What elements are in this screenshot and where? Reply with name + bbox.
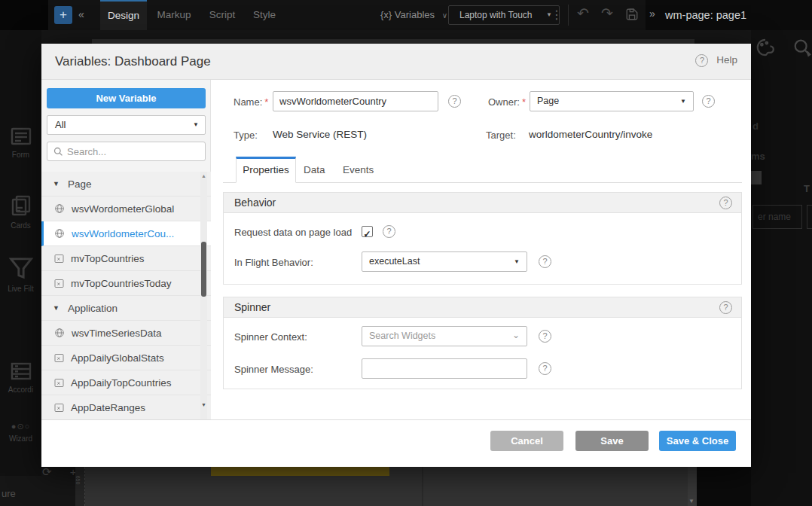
tab-design[interactable]: Design [100,0,147,30]
inflight-label: In Flight Behavior: [234,257,313,268]
tab-markup[interactable]: Markup [153,0,195,30]
variable-item[interactable]: AppDateRanges [41,395,211,419]
help-icon[interactable]: ? [539,255,551,268]
help-icon[interactable]: ? [539,330,551,343]
behavior-section: Behavior ? Request data on page load ✓ ?… [223,192,742,285]
inflight-select[interactable]: executeLast ▼ [362,251,527,272]
more-options-icon[interactable]: ⋮ [551,6,563,24]
save-and-close-button[interactable]: Save & Close [659,431,736,451]
variable-item[interactable]: AppDailyTopCountries [41,370,211,395]
page-badge-area: » wm-page: page1 [646,0,812,30]
sidebar-scrollbar[interactable]: ▲ ▼ [200,172,207,419]
model-variable-icon [54,279,64,288]
variable-filter-value: All [55,119,66,130]
palette-item-form[interactable]: Form [0,126,41,159]
workspace-background: Form Cards Live Filt Accordi [0,30,812,506]
palette-label: Accordi [0,386,41,394]
page-badge: wm-page: page1 [665,0,746,30]
palette-label: Live Filt [0,285,41,293]
theme-palette-icon[interactable] [756,47,775,59]
dialog-title: Variables: Dashboard Page [55,44,211,80]
properties-panel-fragment: d ms T er name [751,30,812,506]
help-icon[interactable]: ? [719,197,732,209]
save-button[interactable]: Save [575,431,649,451]
panel-text-fragment: d [752,120,759,132]
owner-select[interactable]: Page ▼ [530,91,694,111]
palette-item-live-filter[interactable]: Live Filt [0,256,41,293]
tab-properties[interactable]: Properties [236,157,296,183]
help-icon[interactable]: ? [539,362,551,375]
panel-text-fragment: T [804,183,810,194]
palette-item-accordion[interactable]: Accordi [0,361,41,394]
tab-style[interactable]: Style [248,0,281,30]
panel-toolbar [756,38,812,60]
inspect-icon[interactable] [792,38,812,60]
save-file-icon[interactable] [625,8,639,24]
structure-label-fragment: ure [2,488,16,499]
collapse-panel-icon[interactable]: « [78,8,84,20]
type-value: Web Service (REST) [273,129,367,140]
required-marker: * [522,96,526,108]
target-label: Target: [486,130,516,141]
variables-menu-label: {x} Variables [380,9,435,20]
variable-filter-select[interactable]: All ▼ [47,115,206,135]
scroll-down-icon: ▼ [200,402,207,407]
caret-down-icon: ▼ [514,252,520,271]
tab-data[interactable]: Data [304,157,325,183]
variable-group-application[interactable]: ▼ Application [41,296,211,321]
webservice-icon [54,203,65,214]
variables-menu[interactable]: {x} Variables ∨ [380,0,447,30]
spinner-context-select[interactable]: Search Widgets ⌄ [362,326,527,346]
spinner-message-input[interactable] [362,358,527,379]
variable-item[interactable]: mvTopCountries [41,246,211,271]
webservice-icon [54,328,65,338]
tab-events[interactable]: Events [343,157,374,183]
form-icon [10,139,32,148]
ide-screen: + « Design Markup Script Style {x} Varia… [0,0,812,506]
help-icon[interactable]: ? [719,301,732,314]
help-link[interactable]: ? Help [695,54,737,67]
scrollbar-thumb[interactable] [201,242,206,297]
cancel-button[interactable]: Cancel [490,431,563,451]
canvas-scrollbar[interactable]: ▼ [688,467,697,506]
variable-name-input[interactable] [273,91,438,111]
variable-item-selected[interactable]: wsvWorldometerCou... [41,221,211,246]
panel-input-fragment[interactable]: er name [752,205,802,229]
webservice-icon [54,228,65,239]
help-icon[interactable]: ? [448,95,461,108]
wizard-steps-icon: ●⊙○ [11,422,31,431]
request-data-checkbox[interactable]: ✓ [362,226,373,237]
palette-item-wizard[interactable]: ●⊙○ Wizard [0,422,41,443]
canvas-yellow-widget [211,467,389,476]
check-icon: ✓ [363,229,371,239]
new-variable-button[interactable]: New Variable [47,88,206,108]
owner-select-value: Page [537,96,559,106]
variable-group-page[interactable]: ▼ Page [41,172,211,197]
dialog-footer: Cancel Save Save & Close [41,419,751,467]
help-icon[interactable]: ? [702,95,715,108]
variables-sidebar: New Variable All ▼ ▼ Page [41,80,211,419]
add-button[interactable]: + [54,6,72,24]
plus-icon: + [60,8,67,22]
help-icon[interactable]: ? [383,225,395,238]
funnel-icon [8,273,34,282]
spinner-context-label: Spinner Context: [234,331,307,343]
palette-item-cards[interactable]: Cards [0,194,41,230]
panel-input-fragment[interactable] [807,205,812,229]
dialog-header: Variables: Dashboard Page ? Help [41,44,751,80]
chevron-down-icon: ⌄ [512,327,520,344]
variable-item[interactable]: wsvTimeSeriesData [41,321,211,346]
search-input[interactable] [67,143,203,160]
request-data-label: Request data on page load [234,227,352,238]
device-select[interactable]: Laptop with Touch ▼ [448,5,560,25]
tab-script[interactable]: Script [204,0,240,30]
undo-icon[interactable]: ↶ [577,5,589,22]
variable-item[interactable]: AppDailyGlobalStats [41,346,211,370]
device-select-value: Laptop with Touch [459,10,533,20]
redo-icon[interactable]: ↷ [601,5,613,22]
widget-palette: Form Cards Live Filt Accordi [0,30,41,476]
variable-item[interactable]: mvTopCountriesToday [41,271,211,296]
chevron-right-icon[interactable]: » [649,8,655,20]
variable-item[interactable]: wsvWordometerGlobal [41,197,211,221]
panel-row-fragment [751,171,762,184]
